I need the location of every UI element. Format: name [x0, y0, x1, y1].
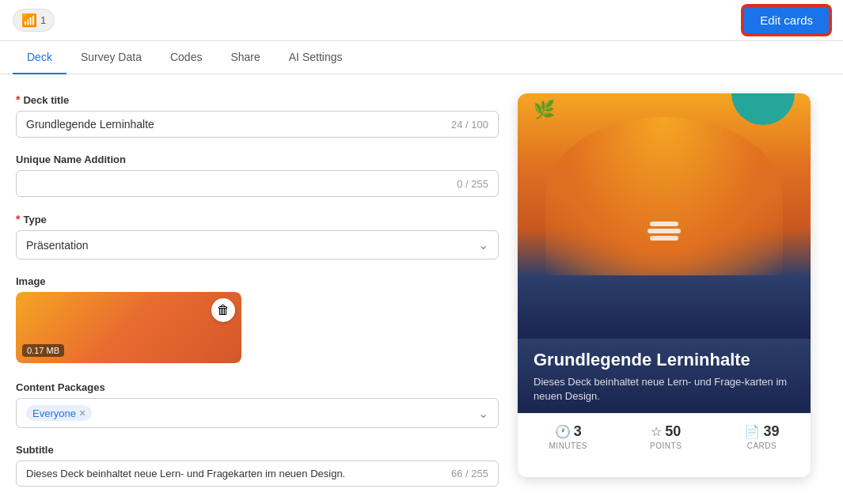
teal-shape: [731, 93, 795, 125]
content-packages-group: Content Packages Everyone × ⌄: [16, 381, 499, 428]
stat-points: ☆ 50 POINTS: [650, 423, 682, 450]
stat-minutes-value: 3: [574, 423, 582, 440]
card-subtitle: Dieses Deck beinhaltet neue Lern- und Fr…: [534, 375, 795, 404]
image-label: Image: [16, 275, 499, 287]
unique-name-group: Unique Name Addition 0 / 255: [16, 153, 499, 197]
remove-tag-button[interactable]: ×: [79, 407, 85, 419]
stat-points-row: ☆ 50: [651, 423, 681, 440]
main-content: * Deck title 24 / 100 Unique Name Additi…: [0, 74, 843, 496]
unique-name-input[interactable]: [26, 177, 450, 190]
image-group: Image 0.17 MB 🗑: [16, 275, 499, 366]
content-packages-field[interactable]: Everyone × ⌄: [16, 398, 499, 428]
tab-codes[interactable]: Codes: [156, 41, 216, 74]
leaf-icon: 🌿: [534, 100, 555, 120]
type-group: * Type Präsentation ⌄: [16, 213, 499, 260]
tab-deck[interactable]: Deck: [13, 41, 66, 74]
stat-minutes: 🕐 3 MINUTES: [549, 423, 588, 450]
content-packages-chevron-icon: ⌄: [478, 406, 488, 421]
subtitle-char-count: 66 / 255: [451, 468, 488, 479]
preview-card: 🌿 Grundlegende Lerninhalte Dieses Deck b…: [518, 93, 811, 477]
stat-points-label: POINTS: [650, 441, 682, 450]
type-label: * Type: [16, 213, 499, 225]
tab-ai-settings[interactable]: AI Settings: [275, 41, 357, 74]
deck-title-group: * Deck title 24 / 100: [16, 93, 499, 138]
tab-share[interactable]: Share: [216, 41, 274, 74]
subtitle-input[interactable]: [26, 468, 445, 479]
orange-dome-shape: [545, 117, 783, 275]
subtitle-label: Subtitle: [16, 444, 499, 456]
notification-icon: 📶: [21, 13, 37, 28]
stack-icon: [645, 212, 683, 252]
star-icon: ☆: [651, 424, 662, 439]
card-title: Grundlegende Lerninhalte: [534, 350, 795, 370]
deck-title-label: * Deck title: [16, 93, 499, 106]
unique-name-input-wrapper[interactable]: 0 / 255: [16, 170, 499, 197]
subtitle-input-wrapper[interactable]: 66 / 255: [16, 460, 499, 487]
notification-count: 1: [40, 14, 46, 26]
subtitle-group: Subtitle 66 / 255: [16, 444, 499, 487]
deck-title-input[interactable]: [26, 118, 445, 131]
stat-points-value: 50: [665, 423, 681, 440]
deck-title-input-wrapper[interactable]: 24 / 100: [16, 111, 499, 138]
delete-image-button[interactable]: 🗑: [211, 298, 235, 322]
image-size-badge: 0.17 MB: [22, 344, 64, 357]
image-preview: 0.17 MB 🗑: [16, 292, 241, 363]
stat-cards-row: 📄 39: [744, 423, 779, 440]
stat-minutes-label: MINUTES: [549, 441, 588, 450]
content-package-tag-label: Everyone: [32, 407, 76, 419]
stat-cards-label: CARDS: [747, 441, 777, 450]
unique-name-char-count: 0 / 255: [457, 178, 488, 190]
card-image-area: 🌿: [518, 93, 811, 339]
clock-icon: 🕐: [555, 424, 571, 439]
stat-cards: 📄 39 CARDS: [744, 423, 779, 450]
card-stats: 🕐 3 MINUTES ☆ 50 POINTS 📄 39: [518, 413, 811, 460]
card-title-area: Grundlegende Lerninhalte Dieses Deck bei…: [518, 339, 811, 413]
type-select[interactable]: Präsentation ⌄: [16, 230, 499, 260]
stat-cards-value: 39: [763, 423, 779, 440]
chevron-down-icon: ⌄: [478, 237, 488, 252]
required-star: *: [16, 93, 20, 106]
unique-name-label: Unique Name Addition: [16, 153, 499, 165]
tabs-bar: Deck Survey Data Codes Share AI Settings: [0, 41, 843, 74]
deck-title-char-count: 24 / 100: [451, 119, 488, 131]
type-value: Präsentation: [26, 239, 89, 252]
svg-rect-1: [647, 229, 681, 233]
form-section: * Deck title 24 / 100 Unique Name Additi…: [16, 93, 499, 477]
content-package-tag[interactable]: Everyone ×: [26, 405, 92, 421]
card-icon: 📄: [744, 424, 760, 439]
content-packages-label: Content Packages: [16, 381, 499, 393]
stat-minutes-row: 🕐 3: [555, 423, 582, 440]
svg-rect-2: [650, 222, 678, 226]
top-bar: 📶 1 Edit cards: [0, 0, 843, 41]
svg-rect-0: [650, 236, 678, 241]
notification-badge[interactable]: 📶 1: [13, 9, 55, 32]
tab-survey-data[interactable]: Survey Data: [66, 41, 156, 74]
type-required-star: *: [16, 213, 20, 225]
edit-cards-button[interactable]: Edit cards: [742, 6, 830, 35]
